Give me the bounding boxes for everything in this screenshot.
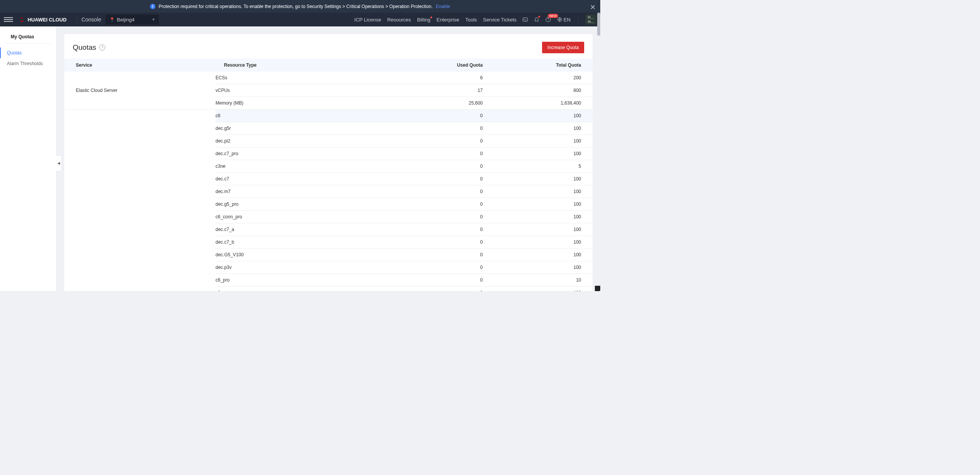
nav-tools[interactable]: Tools — [465, 17, 477, 23]
cell-resource: dec.c7_pro — [216, 147, 399, 160]
cell-used: 0 — [399, 198, 483, 210]
page-title: Quotas — [73, 43, 96, 52]
service-cell: Elastic Cloud Server — [64, 72, 216, 109]
nav-billing[interactable]: Billing — [417, 17, 431, 23]
cell-used: 0 — [399, 249, 483, 261]
table-row[interactable]: c3ne05 — [216, 160, 593, 173]
cell-used: 0 — [399, 135, 483, 147]
pin-icon: 📍 — [109, 17, 115, 22]
cell-total: 100 — [483, 249, 584, 261]
table-row[interactable]: dec.p3v0100 — [216, 261, 593, 274]
col-resource: Resource Type — [224, 59, 408, 72]
cell-used: 0 — [399, 173, 483, 185]
region-selector[interactable]: 📍 Beijing4 ▼ — [106, 15, 159, 25]
cell-resource: dec.G5_V100 — [216, 249, 399, 261]
help-circle-icon[interactable]: ? — [99, 44, 105, 51]
nav-icp-license[interactable]: ICP License — [354, 17, 381, 23]
language-selector[interactable]: EN — [557, 17, 570, 23]
table-row[interactable]: dec.c7_a0100 — [216, 223, 593, 236]
cell-resource: s6 — [216, 287, 399, 291]
notification-enable-link[interactable]: Enable — [436, 4, 450, 9]
notification-dot-icon — [430, 16, 432, 18]
cell-resource: dec.g5r — [216, 122, 399, 134]
cell-total: 800 — [483, 84, 584, 97]
table-group: c60100dec.g5r0100dec.pi20100dec.c7_pro01… — [64, 110, 593, 291]
table-body: Elastic Cloud ServerECSs6200vCPUs17800Me… — [64, 72, 593, 291]
table-row[interactable]: dec.c70100 — [216, 173, 593, 185]
increase-quota-button[interactable]: Increase Quota — [542, 42, 584, 53]
cell-used: 0 — [399, 160, 483, 172]
scroll-corner — [595, 286, 600, 291]
table-row[interactable]: ECSs6200 — [216, 72, 593, 84]
divider — [77, 16, 77, 23]
notification-bar: i Protection required for critical opera… — [0, 0, 600, 13]
cell-resource: dec.c7 — [216, 173, 399, 185]
console-label[interactable]: Console — [82, 16, 101, 23]
table-row[interactable]: dec.G5_V1000100 — [216, 249, 593, 261]
col-used: Used Quota — [408, 59, 483, 72]
cell-resource: dec.g5_pro — [216, 198, 399, 210]
cell-resource: vCPUs — [216, 84, 399, 97]
sidebar-title: My Quotas — [5, 32, 52, 44]
table-group: Elastic Cloud ServerECSs6200vCPUs17800Me… — [64, 72, 593, 110]
cell-total: 100 — [483, 261, 584, 274]
cell-used: 0 — [399, 211, 483, 223]
cell-resource: dec.p3v — [216, 261, 399, 274]
cell-total: 200 — [483, 72, 584, 84]
bell-icon[interactable] — [533, 16, 540, 23]
sidebar-item-quotas[interactable]: Quotas — [0, 48, 56, 58]
logo[interactable]: HUAWEI CLOUD HUAWEI — [18, 16, 67, 23]
new-badge: NEW — [548, 14, 558, 18]
table-row[interactable]: s60100 — [216, 287, 593, 291]
table-row[interactable]: dec.pi20100 — [216, 135, 593, 147]
nav-resources[interactable]: Resources — [387, 17, 411, 23]
table-row[interactable]: c6_pro010 — [216, 274, 593, 287]
table-row[interactable]: dec.m70100 — [216, 185, 593, 198]
scrollbar-thumb[interactable] — [597, 13, 600, 36]
info-icon: i — [150, 4, 155, 9]
cell-resource: c3ne — [216, 160, 399, 172]
cell-total: 100 — [483, 135, 584, 147]
table-row[interactable]: dec.g5r0100 — [216, 122, 593, 135]
cell-total: 5 — [483, 160, 584, 172]
table-row[interactable]: vCPUs17800 — [216, 84, 593, 97]
cell-used: 0 — [399, 223, 483, 236]
service-cell — [64, 110, 216, 291]
nav-service-tickets[interactable]: Service Tickets — [483, 17, 516, 23]
language-label: EN — [564, 17, 570, 23]
cell-resource: c6 — [216, 110, 399, 122]
brand-label: HUAWEI CLOUD — [28, 17, 67, 23]
terminal-icon[interactable] — [522, 16, 529, 23]
chevron-down-icon: ▼ — [152, 18, 155, 21]
table-row[interactable]: dec.c7_pro0100 — [216, 147, 593, 160]
cell-total: 1,638,400 — [483, 97, 584, 109]
table-row[interactable]: dec.g5_pro0100 — [216, 198, 593, 211]
cell-used: 0 — [399, 261, 483, 274]
user-menu[interactable]: H... m... — [585, 15, 596, 25]
cell-used: 0 — [399, 274, 483, 286]
cell-total: 100 — [483, 122, 584, 134]
table-row[interactable]: dec.c7_b0100 — [216, 236, 593, 249]
table-row[interactable]: Memory (MB)25,6001,638,400 — [216, 97, 593, 109]
table-row[interactable]: c6_conn_pro0100 — [216, 211, 593, 223]
menu-icon[interactable] — [4, 17, 13, 22]
user-line1: H... — [588, 15, 594, 20]
table-header: Service Resource Type Used Quota Total Q… — [64, 59, 593, 72]
cell-total: 100 — [483, 110, 584, 122]
help-icon[interactable]: NEW — [545, 16, 552, 23]
main-content: Quotas ? Increase Quota Service Resource… — [57, 26, 600, 291]
sidebar-item-alarm-thresholds[interactable]: Alarm Thresholds — [0, 58, 56, 69]
cell-total: 100 — [483, 198, 584, 210]
cell-resource: dec.m7 — [216, 185, 399, 198]
cell-resource: ECSs — [216, 72, 399, 84]
cell-resource: c6_conn_pro — [216, 211, 399, 223]
divider — [578, 16, 578, 23]
close-icon[interactable]: ✕ — [590, 3, 596, 11]
sidebar: My Quotas QuotasAlarm Thresholds — [0, 26, 57, 291]
cell-resource: Memory (MB) — [216, 97, 399, 109]
cell-used: 6 — [399, 72, 483, 84]
cell-used: 0 — [399, 287, 483, 291]
table-row[interactable]: c60100 — [216, 110, 593, 122]
nav-enterprise[interactable]: Enterprise — [436, 17, 459, 23]
cell-total: 100 — [483, 173, 584, 185]
